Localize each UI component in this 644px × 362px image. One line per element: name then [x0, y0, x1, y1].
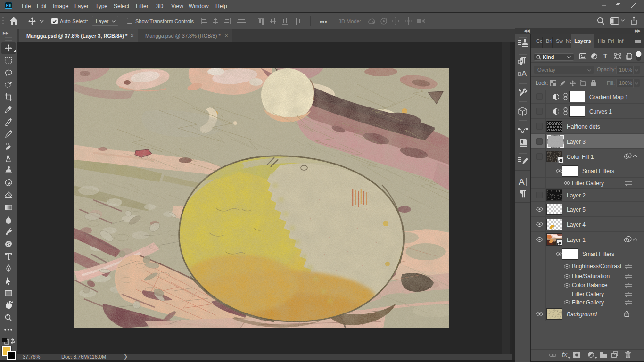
- svg-text:A: A: [519, 177, 525, 187]
- svg-text:A: A: [521, 69, 527, 78]
